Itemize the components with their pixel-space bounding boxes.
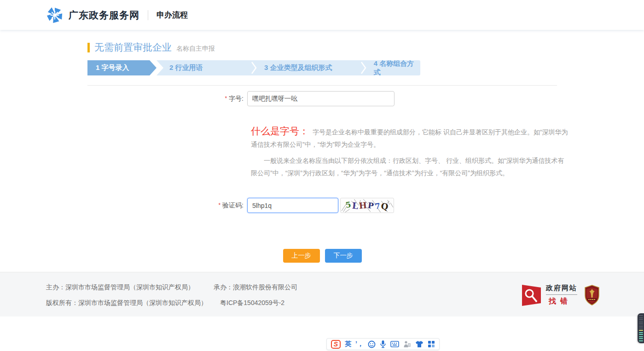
skin-icon[interactable] <box>415 340 424 348</box>
title-accent-bar <box>87 43 90 52</box>
captcha-image[interactable]: 5 L H P 7 Q <box>340 198 394 213</box>
captcha-label: *验证码: <box>87 201 247 210</box>
footer-icp: 粤ICP备15042059号-2 <box>220 299 284 307</box>
step-1-active[interactable]: 1 字号录入 <box>87 60 157 75</box>
step-4[interactable]: 4 名称组合方式 <box>366 59 420 77</box>
page-title: 无需前置审批企业 名称自主申报 <box>87 41 557 54</box>
footer-copyright: 版权所有：深圳市市场监督管理局（深圳市知识产权局） <box>46 299 207 307</box>
form-buttons: 上一步 下一步 <box>87 249 557 263</box>
step-2[interactable]: 2 行业用语 <box>157 63 251 72</box>
site-title: 广东政务服务网 <box>69 9 139 22</box>
gdzwfw-logo-icon <box>46 6 64 24</box>
magnifier-flag-icon <box>522 284 542 306</box>
required-mark: * <box>218 202 220 208</box>
keyboard-icon[interactable] <box>390 341 399 347</box>
header-divider <box>148 10 148 20</box>
page-subtitle: 名称自主申报 <box>176 45 215 53</box>
name-field-label: *字号: <box>87 95 247 103</box>
find-error-text: 政府网站 找错 <box>546 284 577 306</box>
emoji-icon[interactable] <box>368 340 376 348</box>
next-step-button[interactable]: 下一步 <box>325 249 362 263</box>
sogou-logo-icon[interactable]: S <box>331 340 341 349</box>
header: 广东政务服务网 申办流程 <box>0 0 644 30</box>
explanation-paragraph-2: 一般说来企业名称应当由以下部分依次组成：行政区划、字号、 行业、组织形式。如“深… <box>251 155 569 179</box>
page-title-text: 无需前置审批企业 <box>94 41 172 54</box>
footer-host: 主办：深圳市市场监督管理局（深圳市知识产权局） <box>46 283 194 292</box>
previous-step-button[interactable]: 上一步 <box>283 249 320 263</box>
badge-divider <box>546 294 577 295</box>
footer-badges: 政府网站 找错 <box>522 284 600 306</box>
captcha-text: 5 L H P 7 Q <box>341 198 394 213</box>
main-content: 无需前置审批企业 名称自主申报 1 字号录入 2 行业用语 3 企业类型及组织形… <box>87 30 557 263</box>
content-divider <box>87 85 557 86</box>
microphone-icon[interactable] <box>380 340 386 348</box>
captcha-input[interactable] <box>247 198 338 213</box>
handwriting-icon[interactable] <box>403 340 411 348</box>
sogou-ime-toolbar[interactable]: S 英 ’， <box>326 338 440 350</box>
captcha-row: *验证码: 5 L H P 7 <box>87 198 557 213</box>
step-indicator-rest: 2 行业用语 3 企业类型及组织形式 4 名称组合方式 <box>157 60 420 75</box>
browser-extension-ladder-widget[interactable] <box>638 313 644 343</box>
explanation-heading: 什么是字号： <box>251 126 309 136</box>
chevron-right-icon <box>361 60 366 75</box>
step-3[interactable]: 3 企业类型及组织形式 <box>257 63 361 72</box>
explanation-paragraph-1: 什么是字号：字号是企业名称中最重要的组成部分，它能标 识自己并显著区别于其他企业… <box>251 125 569 151</box>
name-field-row: *字号: <box>87 91 557 106</box>
gov-shield-badge-icon[interactable] <box>584 285 600 305</box>
gov-site-find-error-badge[interactable]: 政府网站 找错 <box>522 284 577 306</box>
footer-undertaker: 承办：浪潮软件股份有限公司 <box>214 283 297 292</box>
english-mode-toggle[interactable]: 英 <box>345 340 351 348</box>
punctuation-mode-toggle[interactable]: ’， <box>355 340 364 348</box>
step-indicator: 1 字号录入 2 行业用语 3 企业类型及组织形式 4 名称组合方式 <box>87 60 420 75</box>
chevron-right-icon <box>251 60 257 75</box>
toolbox-icon[interactable] <box>428 340 435 348</box>
nav-label-flow: 申办流程 <box>157 10 188 20</box>
required-mark: * <box>225 95 227 102</box>
company-name-input[interactable] <box>247 91 395 106</box>
footer: 主办：深圳市市场监督管理局（深圳市知识产权局） 承办：浪潮软件股份有限公司 版权… <box>0 272 644 316</box>
explanation-block: 什么是字号：字号是企业名称中最重要的组成部分，它能标 识自己并显著区别于其他企业… <box>251 125 569 179</box>
